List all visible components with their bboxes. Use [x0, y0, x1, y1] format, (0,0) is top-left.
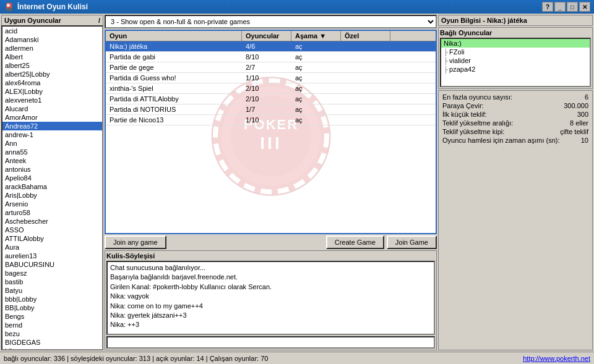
maximize-button[interactable]: □	[567, 2, 578, 12]
filter-select[interactable]: 3 - Show open & non-full & non-private g…	[105, 15, 437, 28]
app-title: İnternet Oyun Kulisi	[17, 2, 88, 11]
player-list-item[interactable]: Alucard	[2, 104, 102, 113]
players-panel-header: Uygun Oyuncular /	[1, 15, 103, 25]
player-list-item[interactable]: Ann	[2, 139, 102, 148]
game-info-label: Teklif yükseltme aralığı:	[442, 119, 513, 127]
player-list-item[interactable]: Aris|Lobby	[2, 191, 102, 200]
player-list-item[interactable]: Aura	[2, 243, 102, 252]
table-row[interactable]: Partida di Guess who!1/10aç	[106, 73, 436, 83]
game-info-label: Paraya Çevir:	[442, 102, 484, 109]
player-list-item[interactable]: albert25	[2, 61, 102, 70]
game-cell-oyuncular: 2/10	[242, 94, 291, 104]
games-body: POKER III Nika:) játéka4/6açPartida de g…	[106, 41, 436, 233]
table-row[interactable]: Nika:) játéka4/6aç	[106, 41, 436, 52]
minimize-button[interactable]: _	[554, 2, 566, 12]
game-cell-asama: aç	[291, 62, 341, 72]
player-list-item[interactable]: Albert	[2, 53, 102, 61]
player-list-item[interactable]: BIGDEGAS	[2, 338, 102, 347]
filter-row: 3 - Show open & non-full & non-private g…	[105, 15, 437, 28]
game-info-row: Teklif yükseltme kipi:çifte teklif	[442, 128, 588, 135]
game-cell-oyun: Nika:) játéka	[106, 41, 242, 51]
status-text: bağlı oyuncular: 336 | söyleşideki oyunc…	[4, 355, 268, 362]
player-list-item[interactable]: andrew-1	[2, 130, 102, 139]
game-cell-oyun: Partida di ATTILAlobby	[106, 94, 242, 104]
player-list-item[interactable]: AmorAmor	[2, 113, 102, 122]
player-list-item[interactable]: Bengs	[2, 312, 102, 321]
game-cell-asama: aç	[291, 94, 341, 104]
connected-player-name: FZoli	[449, 48, 464, 56]
game-cell-oyuncular: 2/10	[242, 83, 291, 93]
tree-indent-icon: ├	[444, 49, 448, 56]
game-cell-oyun: Partie de gege	[106, 62, 242, 72]
player-list-item[interactable]: BABUCURSINU	[2, 260, 102, 269]
games-panel: Oyun Oyuncular Aşama ▼ Özel POKER	[105, 30, 437, 234]
game-info-label: Oyuncu hamlesi için zaman aşımı (sn):	[442, 137, 560, 144]
game-cell-oyun: Partida de gabi	[106, 52, 242, 62]
chat-input[interactable]	[106, 336, 435, 349]
player-list-item[interactable]: aurelien13	[2, 252, 102, 260]
join-any-game-button[interactable]: Join any game	[105, 235, 166, 249]
player-list-item[interactable]: bezu	[2, 329, 102, 338]
join-game-button[interactable]: Join Game	[387, 235, 437, 249]
game-info-value: çifte teklif	[560, 128, 588, 135]
player-list-item[interactable]: ASSO	[2, 226, 102, 234]
player-list-item[interactable]: arackBahama	[2, 182, 102, 191]
action-buttons: Join any game Create Game Join Game	[105, 235, 437, 249]
player-list-item[interactable]: Anteek	[2, 156, 102, 165]
table-row[interactable]: Partie de Nicoo131/10aç	[106, 115, 436, 125]
game-cell-asama: aç	[291, 83, 341, 93]
create-game-button[interactable]: Create Game	[326, 235, 384, 249]
close-button[interactable]: ✕	[579, 2, 590, 12]
chat-message: Nika: come on to my game++4	[110, 302, 431, 311]
player-list-item[interactable]: adlermen	[2, 44, 102, 53]
game-info-row: Paraya Çevir:300.000	[442, 102, 588, 109]
header-oyuncular[interactable]: Oyuncular	[242, 31, 291, 41]
chat-message: Başarıyla bağlanıldı barjavel.freenode.n…	[110, 273, 431, 282]
table-row[interactable]: Partie de gege2/7aç	[106, 62, 436, 73]
right-panel-header: Oyun Bilgisi - Nika:) játéka	[438, 15, 593, 26]
player-list-item[interactable]: antonius	[2, 165, 102, 174]
header-ozel[interactable]: Özel	[341, 31, 390, 41]
game-cell-asama: aç	[291, 52, 341, 62]
player-list-container: acidAdamanskiadlermenAlbertalbert25alber…	[1, 25, 103, 350]
connected-player-name: pzapa42	[449, 66, 475, 73]
player-list-item[interactable]: bernd	[2, 321, 102, 329]
game-cell-ozel	[341, 94, 390, 104]
sort-icon[interactable]: /	[98, 17, 100, 24]
player-list-item[interactable]: bagesz	[2, 269, 102, 277]
connected-list: Nika:)├ FZoli├ vialider├ pzapa42	[440, 38, 591, 87]
player-list-item[interactable]: Adamanski	[2, 35, 102, 44]
player-list-item[interactable]: Apelio84	[2, 174, 102, 182]
help-button[interactable]: ?	[542, 2, 553, 12]
game-cell-oyuncular: 1/10	[242, 115, 291, 125]
player-list-item[interactable]: Arsenio	[2, 200, 102, 208]
header-asama[interactable]: Aşama ▼	[291, 31, 341, 41]
website-link[interactable]: http://www.pokerth.net	[523, 355, 590, 362]
game-cell-oyuncular: 8/10	[242, 52, 291, 62]
game-cell-oyuncular: 1/7	[242, 104, 291, 114]
table-row[interactable]: xinthia-'s Spiel2/10aç	[106, 83, 436, 94]
player-list-item[interactable]: Batyu	[2, 286, 102, 295]
player-list-item[interactable]: arturo58	[2, 208, 102, 217]
table-row[interactable]: Partida di NOTORIUS1/7aç	[106, 104, 436, 115]
chat-panel: Kulis-Söyleşisi Chat sunucusuna bağlanıl…	[105, 250, 437, 350]
player-list-item[interactable]: albert25|Lobby	[2, 70, 102, 78]
game-cell-ozel	[341, 62, 390, 72]
player-list-item[interactable]: ALEX|Lobby	[2, 87, 102, 96]
player-list-item[interactable]: alexveneto1	[2, 96, 102, 104]
player-list-item[interactable]: anna55	[2, 148, 102, 156]
table-row[interactable]: Partida de gabi8/10aç	[106, 52, 436, 62]
connected-player: ├ FZoli	[441, 48, 590, 56]
player-list-item[interactable]: ATTILAlobby	[2, 234, 102, 243]
titlebar-buttons: ? _ □ ✕	[542, 2, 590, 12]
player-list-item[interactable]: alex64roma	[2, 78, 102, 87]
player-list-item[interactable]: Andreas72	[2, 122, 102, 130]
player-list-item[interactable]: acid	[2, 27, 102, 35]
player-list-item[interactable]: bbb|Lobby	[2, 295, 102, 303]
player-list-item[interactable]: Aschebescher	[2, 217, 102, 226]
player-list-item[interactable]: bikou	[2, 347, 102, 349]
header-oyun[interactable]: Oyun	[106, 31, 242, 41]
player-list-item[interactable]: BB|Lobby	[2, 303, 102, 312]
table-row[interactable]: Partida di ATTILAlobby2/10aç	[106, 94, 436, 104]
player-list-item[interactable]: bastib	[2, 277, 102, 286]
